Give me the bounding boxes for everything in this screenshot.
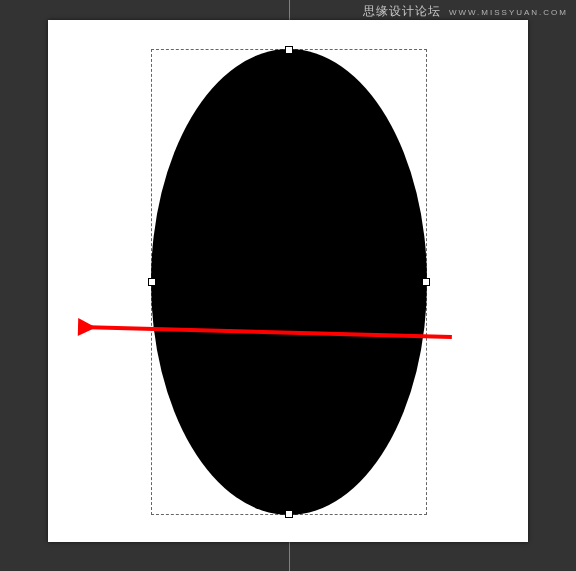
editor-viewport: 思缘设计论坛 WWW.MISSYUAN.COM <box>0 0 576 571</box>
ellipse-shape[interactable] <box>151 49 427 515</box>
arrow-head-icon <box>78 318 96 336</box>
watermark-url: WWW.MISSYUAN.COM <box>449 8 568 17</box>
canvas-artboard[interactable] <box>48 20 528 542</box>
watermark: 思缘设计论坛 WWW.MISSYUAN.COM <box>363 4 568 20</box>
ellipse-selection[interactable] <box>151 49 427 515</box>
watermark-text: 思缘设计论坛 <box>363 4 441 18</box>
